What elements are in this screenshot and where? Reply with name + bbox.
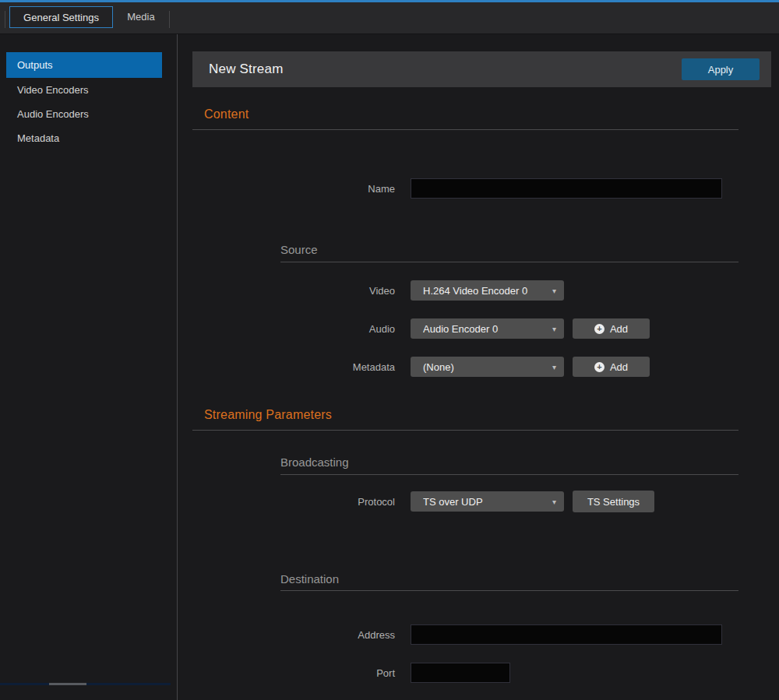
app-window: General Settings Media Outputs Video Enc… <box>0 0 779 700</box>
video-source-value: H.264 Video Encoder 0 <box>423 285 548 297</box>
add-audio-label: Add <box>610 323 628 335</box>
chevron-down-icon: ▾ <box>552 498 556 506</box>
name-input[interactable] <box>411 178 722 199</box>
content-section-title: Content <box>204 107 249 121</box>
top-tab-bar: General Settings Media <box>0 2 779 34</box>
tab-divider-right <box>169 11 170 28</box>
metadata-source-select[interactable]: (None) ▾ <box>411 357 564 377</box>
tab-divider-left <box>5 11 5 28</box>
chevron-down-icon: ▾ <box>552 363 556 371</box>
plus-circle-icon: + <box>594 362 605 372</box>
sidebar-item-audio-encoders[interactable]: Audio Encoders <box>0 102 177 126</box>
broadcasting-subsection-title: Broadcasting <box>280 456 349 469</box>
page-title: New Stream <box>209 51 284 87</box>
streaming-section-title: Streaming Parameters <box>204 408 332 422</box>
add-audio-button[interactable]: + Add <box>573 318 650 339</box>
sidebar-item-video-encoders[interactable]: Video Encoders <box>0 78 177 102</box>
add-metadata-button[interactable]: + Add <box>573 357 650 377</box>
sidebar-divider <box>177 34 178 700</box>
video-label: Video <box>192 285 411 297</box>
plus-circle-icon: + <box>594 324 605 334</box>
source-subsection-title: Source <box>280 243 318 256</box>
ts-settings-button[interactable]: TS Settings <box>573 491 654 512</box>
streaming-section-divider <box>192 430 738 431</box>
chevron-down-icon: ▾ <box>552 287 556 295</box>
name-label: Name <box>192 183 411 195</box>
add-metadata-label: Add <box>610 361 628 373</box>
audio-label: Audio <box>192 323 411 335</box>
broadcasting-subsection-divider <box>280 474 738 475</box>
source-subsection-divider <box>280 262 738 262</box>
protocol-select[interactable]: TS over UDP ▾ <box>411 491 564 512</box>
sidebar-horizontal-scrollbar[interactable] <box>0 683 171 685</box>
video-source-select[interactable]: H.264 Video Encoder 0 ▾ <box>411 280 564 301</box>
protocol-value: TS over UDP <box>423 496 548 508</box>
chevron-down-icon: ▾ <box>552 325 556 333</box>
address-input[interactable] <box>411 624 722 645</box>
sidebar-item-outputs[interactable]: Outputs <box>6 52 162 78</box>
audio-source-select[interactable]: Audio Encoder 0 ▾ <box>411 318 564 339</box>
tab-general-settings[interactable]: General Settings <box>9 6 113 28</box>
content-section-divider <box>192 129 738 130</box>
protocol-label: Protocol <box>192 496 411 508</box>
scrollbar-thumb[interactable] <box>49 683 86 685</box>
port-input[interactable] <box>411 663 510 683</box>
destination-subsection-divider <box>280 590 738 591</box>
panel-header: New Stream Apply <box>192 51 771 87</box>
port-label: Port <box>192 667 411 679</box>
apply-button[interactable]: Apply <box>682 58 760 80</box>
audio-source-value: Audio Encoder 0 <box>423 323 548 335</box>
metadata-label: Metadata <box>192 361 411 373</box>
sidebar-item-metadata[interactable]: Metadata <box>0 126 177 150</box>
tab-media[interactable]: Media <box>117 6 165 28</box>
destination-subsection-title: Destination <box>280 572 339 586</box>
address-label: Address <box>192 629 411 641</box>
metadata-source-value: (None) <box>423 361 548 373</box>
